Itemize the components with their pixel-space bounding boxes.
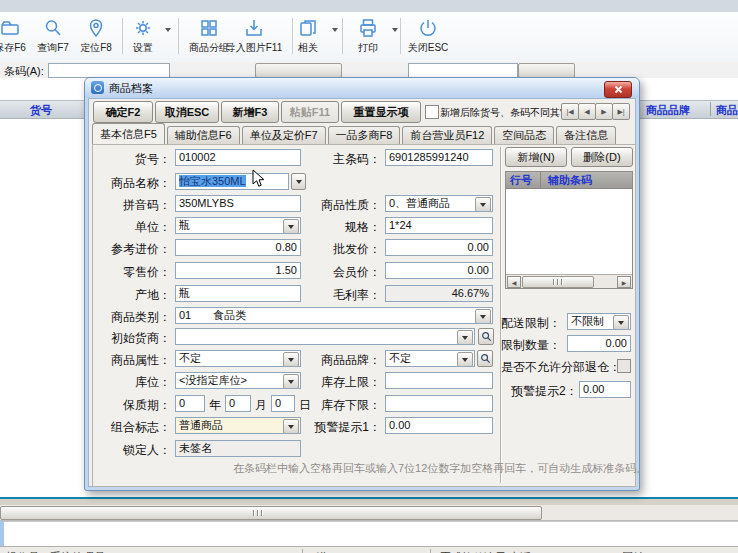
brand-search-button[interactable] xyxy=(477,350,493,367)
main-barcode-input[interactable]: 6901285991240 xyxy=(385,149,493,166)
cancel-button[interactable]: 取消ESC xyxy=(155,101,219,123)
close-icon[interactable] xyxy=(604,81,632,98)
tab-front-clerk[interactable]: 前台营业员F12 xyxy=(402,126,492,144)
aux-add-button[interactable]: 新增(N) xyxy=(505,147,567,167)
chevron-down-icon[interactable] xyxy=(332,28,338,35)
ok-button[interactable]: 确定F2 xyxy=(93,101,153,123)
unit-combobox[interactable]: 瓶 xyxy=(175,217,301,234)
toolbar-item-related[interactable]: 相关 xyxy=(288,15,328,59)
item-no-input[interactable]: 010002 xyxy=(175,149,301,166)
toolbar-item-label: 导入图片F11 xyxy=(221,41,287,55)
location-combobox[interactable]: <没指定库位> xyxy=(175,372,301,389)
attribute-combobox[interactable]: 不定 xyxy=(175,350,301,367)
dialog-tabs: 基本信息F5 辅助信息F6 单位及定价F7 一品多商F8 前台营业员F12 空间… xyxy=(92,124,618,144)
chevron-down-icon[interactable] xyxy=(283,219,299,234)
nature-combobox[interactable]: 0、普通商品 xyxy=(385,195,493,212)
dialog-app-icon xyxy=(91,81,104,94)
nav-prev-button[interactable]: ◀ xyxy=(578,103,596,120)
init-supplier-combobox[interactable] xyxy=(175,328,475,345)
toolbar-item-save[interactable]: 保存F6 xyxy=(0,15,32,59)
product-name-input[interactable]: 怡宝水350ML xyxy=(175,173,289,190)
toolbar-item-close[interactable]: 关闭ESC xyxy=(402,15,454,59)
nav-last-button[interactable]: ▶| xyxy=(612,103,630,120)
combo-flag-combobox[interactable]: 普通商品 xyxy=(175,417,301,434)
margin-label: 毛利率： xyxy=(305,287,381,304)
scrollbar-thumb[interactable] xyxy=(522,276,594,288)
power-icon xyxy=(402,15,454,41)
warning1-input[interactable]: 0.00 xyxy=(385,417,493,434)
member-price-input[interactable]: 0.00 xyxy=(385,262,493,279)
toolbar-item-settings[interactable]: 设置 xyxy=(124,15,162,59)
pinyin-input[interactable]: 350MLYBS xyxy=(175,195,301,212)
background-control[interactable] xyxy=(518,63,575,78)
warning2-input[interactable]: 0.00 xyxy=(579,381,631,398)
chevron-down-icon[interactable] xyxy=(283,419,299,434)
limit-qty-input[interactable]: 0.00 xyxy=(567,335,631,352)
wholesale-input[interactable]: 0.00 xyxy=(385,239,493,256)
origin-label: 产地： xyxy=(95,287,171,304)
chevron-down-icon[interactable] xyxy=(457,330,473,345)
aux-table-hscroll[interactable]: ◀ ▶ xyxy=(506,274,632,288)
tab-unit-pricing[interactable]: 单位及定价F7 xyxy=(242,126,326,144)
origin-input[interactable]: 瓶 xyxy=(175,285,301,302)
copy-same-checkbox[interactable] xyxy=(425,105,439,119)
nav-first-button[interactable]: |◀ xyxy=(561,103,579,120)
scrollbar-thumb[interactable] xyxy=(0,506,542,520)
background-control[interactable] xyxy=(255,63,342,78)
scroll-left-arrow[interactable]: ◀ xyxy=(507,276,521,288)
related-icon xyxy=(288,15,328,41)
stock-lower-input[interactable] xyxy=(385,395,493,412)
chevron-down-icon[interactable] xyxy=(475,309,491,324)
chevron-down-icon[interactable] xyxy=(283,374,299,389)
delivery-limit-combobox[interactable]: 不限制 xyxy=(567,313,631,330)
background-control[interactable] xyxy=(408,63,518,78)
tab-space-state[interactable]: 空间品态 xyxy=(494,126,554,144)
chevron-down-icon[interactable] xyxy=(392,28,398,35)
init-supplier-label: 初始货商： xyxy=(95,330,171,347)
toolbar-item-import-image[interactable]: 导入图片F11 xyxy=(221,15,287,59)
chevron-down-icon[interactable] xyxy=(165,28,171,35)
stock-lower-label: 库存下限： xyxy=(305,397,381,414)
add-button[interactable]: 新增F3 xyxy=(221,101,279,123)
tab-aux-info[interactable]: 辅助信息F6 xyxy=(167,126,240,144)
product-name-dropdown-button[interactable] xyxy=(291,173,306,190)
tab-multi-supplier[interactable]: 一品多商F8 xyxy=(328,126,401,144)
toolbar-item-query[interactable]: 查询F7 xyxy=(31,15,75,59)
shelf-month-input[interactable]: 0 xyxy=(225,395,251,412)
dialog-title-bar[interactable]: 商品档案 xyxy=(85,78,639,98)
supplier-search-button[interactable] xyxy=(478,328,494,345)
aux-delete-button[interactable]: 删除(D) xyxy=(571,147,633,167)
aux-barcode-table[interactable]: 行号 辅助条码 ◀ ▶ xyxy=(505,171,633,289)
chevron-down-icon[interactable] xyxy=(613,315,629,330)
barcode-input[interactable] xyxy=(48,63,170,78)
toolbar-item-locate[interactable]: 定位F8 xyxy=(73,15,119,59)
status-separator xyxy=(430,549,431,553)
shelf-day-input[interactable]: 0 xyxy=(271,395,295,412)
scrollbar-grip xyxy=(253,510,263,516)
location-label: 库位： xyxy=(95,374,171,391)
ref-cost-input[interactable]: 0.80 xyxy=(175,239,301,256)
toolbar-item-print[interactable]: 打印 xyxy=(348,15,388,59)
window-top-strip xyxy=(0,0,738,12)
retail-input[interactable]: 1.50 xyxy=(175,262,301,279)
combo-flag-label: 组合标志： xyxy=(95,419,171,436)
location-icon xyxy=(73,15,119,41)
no-return-checkbox[interactable] xyxy=(617,359,631,373)
nav-next-button[interactable]: ▶ xyxy=(595,103,613,120)
category-combobox[interactable]: 01 食品类 xyxy=(175,307,493,324)
shelf-year-unit: 年 xyxy=(209,397,223,414)
horizontal-scrollbar[interactable] xyxy=(0,505,738,521)
bottom-panel xyxy=(0,521,738,547)
scroll-right-arrow[interactable]: ▶ xyxy=(617,276,631,288)
chevron-down-icon[interactable] xyxy=(283,352,299,367)
shelf-year-input[interactable]: 0 xyxy=(175,395,205,412)
tab-remark[interactable]: 备注信息 xyxy=(556,126,616,144)
stock-upper-input[interactable] xyxy=(385,372,493,389)
retail-label: 零售价： xyxy=(95,264,171,281)
chevron-down-icon[interactable] xyxy=(457,352,473,367)
spec-input[interactable]: 1*24 xyxy=(385,217,493,234)
chevron-down-icon[interactable] xyxy=(475,197,491,212)
brand-combobox[interactable]: 不定 xyxy=(385,350,475,367)
tab-basic-info[interactable]: 基本信息F5 xyxy=(92,123,165,144)
reset-display-button[interactable]: 重置显示项 xyxy=(341,101,421,123)
